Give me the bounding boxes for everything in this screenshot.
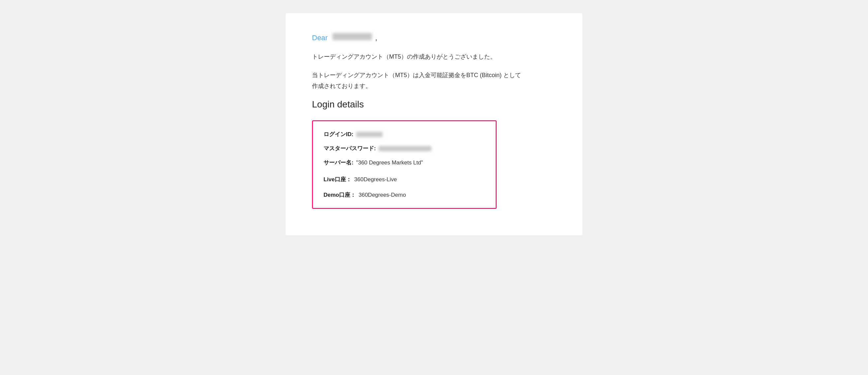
comma: ,	[375, 34, 377, 42]
login-id-label: ログインID:	[323, 131, 353, 138]
demo-account-value: 360Degrees-Demo	[359, 192, 406, 198]
paragraph2: 当トレーディングアカウント（MT5）は入金可能証拠金をBTC (Bitcoin)…	[312, 70, 556, 91]
greeting-line: Dear ,	[312, 33, 556, 42]
paragraph1: トレーディングアカウント（MT5）の作成ありがとうございました。	[312, 52, 556, 62]
paragraph2-line1: 当トレーディングアカウント（MT5）は入金可能証拠金をBTC (Bitcoin)…	[312, 72, 521, 78]
live-account-value: 360Degrees-Live	[354, 176, 397, 183]
live-account-row: Live口座： 360Degrees-Live	[323, 176, 485, 183]
login-id-row: ログインID:	[323, 131, 485, 138]
paragraph2-line2: 作成されております。	[312, 83, 371, 89]
master-password-label: マスターパスワード:	[323, 145, 376, 152]
dear-text: Dear	[312, 34, 328, 42]
server-name-value: "360 Degrees Markets Ltd"	[356, 160, 423, 166]
blurred-name	[333, 33, 372, 40]
demo-account-row: Demo口座： 360Degrees-Demo	[323, 191, 485, 199]
live-account-label: Live口座：	[323, 176, 351, 183]
master-password-value-blurred	[379, 146, 431, 151]
server-name-label: サーバー名:	[323, 159, 353, 166]
login-box: ログインID: マスターパスワード: サーバー名: "360 Degrees M…	[312, 120, 497, 209]
server-name-row: サーバー名: "360 Degrees Markets Ltd"	[323, 159, 485, 168]
demo-account-label: Demo口座：	[323, 191, 356, 199]
login-details-heading: Login details	[312, 99, 556, 110]
master-password-row: マスターパスワード:	[323, 145, 485, 152]
login-id-value-blurred	[356, 132, 382, 137]
email-container: Dear , トレーディングアカウント（MT5）の作成ありがとうございました。 …	[286, 13, 582, 235]
